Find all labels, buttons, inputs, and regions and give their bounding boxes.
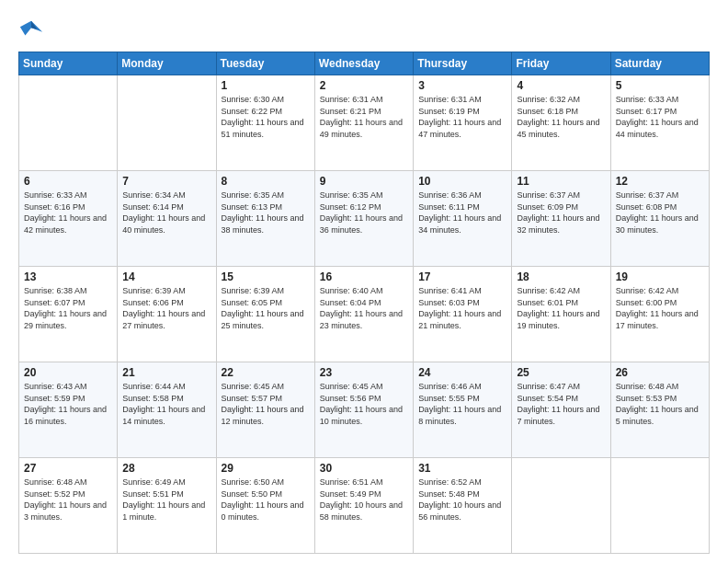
logo: [18, 17, 48, 42]
day-number: 19: [616, 270, 704, 283]
weekday-header-monday: Monday: [118, 52, 216, 75]
day-info: Sunrise: 6:42 AM Sunset: 6:01 PM Dayligh…: [517, 285, 605, 331]
day-number: 14: [122, 270, 210, 283]
calendar-cell: 21Sunrise: 6:44 AM Sunset: 5:58 PM Dayli…: [118, 362, 216, 458]
day-number: 8: [222, 175, 310, 188]
week-row-3: 13Sunrise: 6:38 AM Sunset: 6:07 PM Dayli…: [19, 267, 710, 362]
day-number: 26: [616, 366, 704, 379]
day-number: 16: [320, 270, 408, 283]
calendar-cell: 6Sunrise: 6:33 AM Sunset: 6:16 PM Daylig…: [19, 171, 118, 267]
day-number: 24: [418, 366, 506, 379]
page: SundayMondayTuesdayWednesdayThursdayFrid…: [0, 0, 728, 563]
day-info: Sunrise: 6:46 AM Sunset: 5:55 PM Dayligh…: [418, 381, 506, 427]
calendar-cell: 8Sunrise: 6:35 AM Sunset: 6:13 PM Daylig…: [216, 171, 314, 267]
day-number: 13: [24, 270, 112, 283]
calendar-cell: 16Sunrise: 6:40 AM Sunset: 6:04 PM Dayli…: [314, 267, 413, 362]
day-info: Sunrise: 6:35 AM Sunset: 6:12 PM Dayligh…: [320, 190, 408, 236]
calendar-cell: 22Sunrise: 6:45 AM Sunset: 5:57 PM Dayli…: [216, 362, 314, 458]
day-number: 20: [24, 366, 112, 379]
day-info: Sunrise: 6:42 AM Sunset: 6:00 PM Dayligh…: [616, 285, 704, 331]
day-info: Sunrise: 6:34 AM Sunset: 6:14 PM Dayligh…: [122, 190, 210, 236]
day-number: 12: [616, 175, 704, 188]
day-number: 22: [222, 366, 310, 379]
calendar-cell: 14Sunrise: 6:39 AM Sunset: 6:06 PM Dayli…: [118, 267, 216, 362]
calendar-cell: 30Sunrise: 6:51 AM Sunset: 5:49 PM Dayli…: [314, 458, 413, 554]
day-info: Sunrise: 6:45 AM Sunset: 5:56 PM Dayligh…: [320, 381, 408, 427]
day-number: 23: [320, 366, 408, 379]
day-number: 29: [222, 462, 310, 475]
calendar-cell: 11Sunrise: 6:37 AM Sunset: 6:09 PM Dayli…: [512, 171, 610, 267]
week-row-1: 1Sunrise: 6:30 AM Sunset: 6:22 PM Daylig…: [19, 75, 710, 171]
day-info: Sunrise: 6:33 AM Sunset: 6:17 PM Dayligh…: [616, 94, 704, 140]
day-number: 2: [320, 79, 408, 92]
calendar-cell: 5Sunrise: 6:33 AM Sunset: 6:17 PM Daylig…: [610, 75, 709, 171]
weekday-header-sunday: Sunday: [19, 52, 118, 75]
week-row-4: 20Sunrise: 6:43 AM Sunset: 5:59 PM Dayli…: [19, 362, 710, 458]
day-info: Sunrise: 6:43 AM Sunset: 5:59 PM Dayligh…: [24, 381, 112, 427]
day-number: 28: [122, 462, 210, 475]
calendar-cell: 10Sunrise: 6:36 AM Sunset: 6:11 PM Dayli…: [414, 171, 512, 267]
day-info: Sunrise: 6:37 AM Sunset: 6:08 PM Dayligh…: [616, 190, 704, 236]
calendar-cell: [610, 458, 709, 554]
day-number: 1: [222, 79, 310, 92]
calendar-cell: 26Sunrise: 6:48 AM Sunset: 5:53 PM Dayli…: [610, 362, 709, 458]
day-info: Sunrise: 6:37 AM Sunset: 6:09 PM Dayligh…: [517, 190, 605, 236]
weekday-header-tuesday: Tuesday: [216, 52, 314, 75]
calendar-cell: 20Sunrise: 6:43 AM Sunset: 5:59 PM Dayli…: [19, 362, 118, 458]
day-number: 10: [418, 175, 506, 188]
weekday-header-wednesday: Wednesday: [314, 52, 413, 75]
day-number: 18: [517, 270, 605, 283]
day-info: Sunrise: 6:32 AM Sunset: 6:18 PM Dayligh…: [517, 94, 605, 140]
week-row-2: 6Sunrise: 6:33 AM Sunset: 6:16 PM Daylig…: [19, 171, 710, 267]
day-info: Sunrise: 6:33 AM Sunset: 6:16 PM Dayligh…: [24, 190, 112, 236]
calendar-cell: 28Sunrise: 6:49 AM Sunset: 5:51 PM Dayli…: [118, 458, 216, 554]
day-info: Sunrise: 6:52 AM Sunset: 5:48 PM Dayligh…: [418, 477, 506, 523]
day-info: Sunrise: 6:30 AM Sunset: 6:22 PM Dayligh…: [222, 94, 310, 140]
calendar-cell: 27Sunrise: 6:48 AM Sunset: 5:52 PM Dayli…: [19, 458, 118, 554]
calendar-cell: [512, 458, 610, 554]
day-info: Sunrise: 6:48 AM Sunset: 5:53 PM Dayligh…: [616, 381, 704, 427]
calendar-cell: 17Sunrise: 6:41 AM Sunset: 6:03 PM Dayli…: [414, 267, 512, 362]
calendar-cell: 7Sunrise: 6:34 AM Sunset: 6:14 PM Daylig…: [118, 171, 216, 267]
day-info: Sunrise: 6:49 AM Sunset: 5:51 PM Dayligh…: [122, 477, 210, 523]
calendar-cell: [118, 75, 216, 171]
day-info: Sunrise: 6:41 AM Sunset: 6:03 PM Dayligh…: [418, 285, 506, 331]
logo-icon: [18, 17, 44, 42]
calendar-cell: 15Sunrise: 6:39 AM Sunset: 6:05 PM Dayli…: [216, 267, 314, 362]
day-info: Sunrise: 6:38 AM Sunset: 6:07 PM Dayligh…: [24, 285, 112, 331]
calendar-cell: 19Sunrise: 6:42 AM Sunset: 6:00 PM Dayli…: [610, 267, 709, 362]
calendar-cell: 1Sunrise: 6:30 AM Sunset: 6:22 PM Daylig…: [216, 75, 314, 171]
day-number: 31: [418, 462, 506, 475]
day-info: Sunrise: 6:48 AM Sunset: 5:52 PM Dayligh…: [24, 477, 112, 523]
calendar-cell: 12Sunrise: 6:37 AM Sunset: 6:08 PM Dayli…: [610, 171, 709, 267]
day-number: 6: [24, 175, 112, 188]
calendar: SundayMondayTuesdayWednesdayThursdayFrid…: [18, 52, 710, 554]
day-number: 4: [517, 79, 605, 92]
calendar-cell: 24Sunrise: 6:46 AM Sunset: 5:55 PM Dayli…: [414, 362, 512, 458]
calendar-cell: 29Sunrise: 6:50 AM Sunset: 5:50 PM Dayli…: [216, 458, 314, 554]
day-number: 3: [418, 79, 506, 92]
calendar-cell: 18Sunrise: 6:42 AM Sunset: 6:01 PM Dayli…: [512, 267, 610, 362]
calendar-cell: 4Sunrise: 6:32 AM Sunset: 6:18 PM Daylig…: [512, 75, 610, 171]
day-number: 21: [122, 366, 210, 379]
day-number: 7: [122, 175, 210, 188]
calendar-cell: [19, 75, 118, 171]
calendar-cell: 31Sunrise: 6:52 AM Sunset: 5:48 PM Dayli…: [414, 458, 512, 554]
day-info: Sunrise: 6:45 AM Sunset: 5:57 PM Dayligh…: [222, 381, 310, 427]
day-number: 15: [222, 270, 310, 283]
day-info: Sunrise: 6:51 AM Sunset: 5:49 PM Dayligh…: [320, 477, 408, 523]
day-number: 17: [418, 270, 506, 283]
day-info: Sunrise: 6:40 AM Sunset: 6:04 PM Dayligh…: [320, 285, 408, 331]
day-info: Sunrise: 6:39 AM Sunset: 6:05 PM Dayligh…: [222, 285, 310, 331]
day-number: 5: [616, 79, 704, 92]
day-info: Sunrise: 6:50 AM Sunset: 5:50 PM Dayligh…: [222, 477, 310, 523]
day-number: 11: [517, 175, 605, 188]
day-number: 27: [24, 462, 112, 475]
calendar-cell: 2Sunrise: 6:31 AM Sunset: 6:21 PM Daylig…: [314, 75, 413, 171]
calendar-cell: 3Sunrise: 6:31 AM Sunset: 6:19 PM Daylig…: [414, 75, 512, 171]
week-row-5: 27Sunrise: 6:48 AM Sunset: 5:52 PM Dayli…: [19, 458, 710, 554]
weekday-header-row: SundayMondayTuesdayWednesdayThursdayFrid…: [19, 52, 710, 75]
calendar-cell: 23Sunrise: 6:45 AM Sunset: 5:56 PM Dayli…: [314, 362, 413, 458]
day-number: 25: [517, 366, 605, 379]
day-info: Sunrise: 6:31 AM Sunset: 6:21 PM Dayligh…: [320, 94, 408, 140]
